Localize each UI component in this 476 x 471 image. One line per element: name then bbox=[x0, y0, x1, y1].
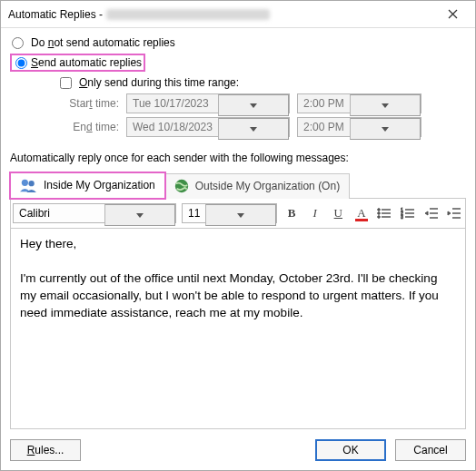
people-icon bbox=[18, 177, 38, 193]
chevron-down-icon[interactable] bbox=[205, 204, 276, 226]
only-send-label: Only send during this time range: bbox=[79, 76, 239, 89]
do-not-send-label: Do not send automatic replies bbox=[31, 36, 175, 49]
font-select[interactable]: Calibri bbox=[13, 203, 176, 223]
section-label: Automatically reply once for each sender… bbox=[10, 152, 466, 164]
end-date-select[interactable]: Wed 10/18/2023 bbox=[126, 117, 290, 137]
end-time-select[interactable]: 2:00 PM bbox=[297, 117, 421, 137]
message-body: I'm currently out of the office until ne… bbox=[20, 270, 456, 322]
close-button[interactable] bbox=[437, 5, 468, 25]
tab-inside-org[interactable]: Inside My Organization bbox=[10, 172, 165, 199]
start-time-value: 2:00 PM bbox=[298, 94, 350, 113]
rules-button[interactable]: Rules... bbox=[10, 439, 81, 461]
svg-point-3 bbox=[28, 181, 34, 186]
indent-button[interactable] bbox=[445, 204, 463, 222]
send-label: Send automatic replies bbox=[31, 56, 142, 69]
chevron-down-icon[interactable] bbox=[350, 118, 421, 140]
send-row[interactable]: Send automatic replies bbox=[10, 54, 466, 72]
svg-marker-20 bbox=[425, 211, 428, 215]
tab-outside-label: Outside My Organization (On) bbox=[195, 180, 340, 192]
tab-inside-label: Inside My Organization bbox=[44, 179, 155, 191]
send-radio[interactable] bbox=[15, 57, 27, 69]
title-bar: Automatic Replies - bbox=[1, 1, 475, 28]
font-value: Calibri bbox=[14, 204, 104, 222]
chevron-down-icon[interactable] bbox=[218, 94, 289, 116]
svg-text:3: 3 bbox=[401, 214, 403, 220]
end-time-label: End time: bbox=[60, 121, 119, 133]
font-color-button[interactable]: A bbox=[352, 204, 371, 222]
do-not-send-radio[interactable] bbox=[12, 37, 24, 49]
svg-point-7 bbox=[378, 212, 381, 215]
font-size-select[interactable]: 11 bbox=[182, 203, 277, 223]
dialog-title: Automatic Replies - bbox=[8, 8, 103, 21]
bullet-list-icon bbox=[377, 207, 392, 220]
svg-marker-24 bbox=[448, 211, 451, 215]
only-send-checkbox[interactable] bbox=[60, 77, 72, 89]
start-time-select[interactable]: 2:00 PM bbox=[297, 93, 421, 113]
tab-strip: Inside My Organization Outside My Organi… bbox=[10, 172, 466, 199]
italic-button[interactable]: I bbox=[306, 204, 324, 222]
format-toolbar: Calibri 11 B I U A 1 2 3 bbox=[10, 199, 466, 229]
chevron-down-icon[interactable] bbox=[104, 204, 175, 226]
outdent-button[interactable] bbox=[422, 204, 441, 222]
end-time-value: 2:00 PM bbox=[298, 118, 350, 136]
numbered-list-icon: 1 2 3 bbox=[401, 207, 415, 220]
font-size-value: 11 bbox=[183, 204, 205, 222]
do-not-send-row[interactable]: Do not send automatic replies bbox=[10, 34, 466, 52]
dialog-footer: Rules... OK Cancel bbox=[1, 429, 475, 470]
underline-button[interactable]: U bbox=[330, 204, 348, 222]
bold-button[interactable]: B bbox=[283, 204, 301, 222]
cancel-button[interactable]: Cancel bbox=[395, 439, 466, 461]
account-email-blurred bbox=[106, 9, 270, 20]
outdent-icon bbox=[424, 207, 439, 220]
ok-button[interactable]: OK bbox=[315, 439, 386, 461]
globe-icon bbox=[174, 178, 190, 194]
indent-icon bbox=[447, 207, 461, 220]
bullet-list-button[interactable] bbox=[376, 204, 394, 222]
start-time-label: Start time: bbox=[60, 97, 119, 110]
message-editor[interactable]: Hey there, I'm currently out of the offi… bbox=[10, 229, 466, 429]
number-list-button[interactable]: 1 2 3 bbox=[399, 204, 417, 222]
only-send-range-row[interactable]: Only send during this time range: bbox=[60, 74, 466, 92]
close-icon bbox=[448, 9, 458, 19]
chevron-down-icon[interactable] bbox=[218, 118, 289, 140]
chevron-down-icon[interactable] bbox=[350, 94, 421, 116]
svg-point-2 bbox=[22, 180, 28, 186]
svg-point-9 bbox=[378, 216, 381, 219]
tab-outside-org[interactable]: Outside My Organization (On) bbox=[165, 173, 350, 199]
end-date-value: Wed 10/18/2023 bbox=[127, 118, 218, 136]
message-greeting: Hey there, bbox=[20, 236, 456, 253]
start-date-value: Tue 10/17/2023 bbox=[127, 94, 218, 113]
start-date-select[interactable]: Tue 10/17/2023 bbox=[126, 93, 290, 113]
svg-point-5 bbox=[378, 209, 381, 211]
